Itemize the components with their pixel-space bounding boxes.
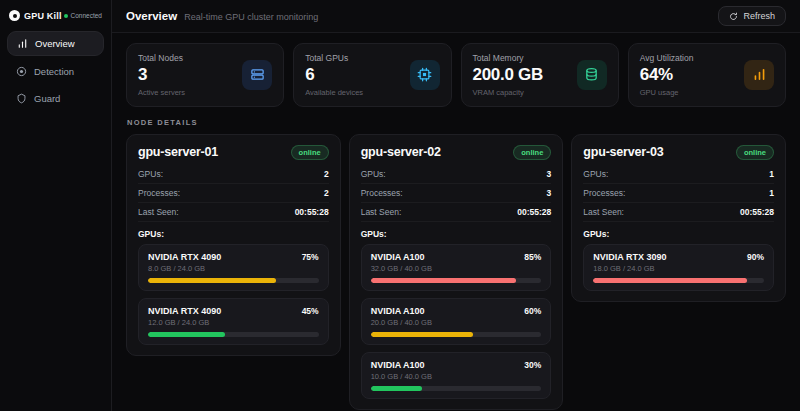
gpu-name: NVIDIA A100 xyxy=(371,306,425,316)
gpu-item: NVIDIA A100 30% 10.0 GB / 40.0 GB xyxy=(361,352,552,399)
node-processes-row: Processes: 2 xyxy=(138,184,329,203)
node-name: gpu-server-01 xyxy=(138,145,218,159)
gpu-memory: 10.0 GB / 40.0 GB xyxy=(371,372,542,381)
gpu-usage-bar xyxy=(371,278,542,283)
gpu-memory: 8.0 GB / 24.0 GB xyxy=(148,264,319,273)
node-last-seen-row: Last Seen: 00:55:28 xyxy=(138,203,329,222)
gpu-usage-bar-fill xyxy=(371,386,422,391)
shield-icon xyxy=(16,93,27,104)
node-last-seen-row: Last Seen: 00:55:28 xyxy=(583,203,774,222)
gpu-list-label: GPUs: xyxy=(138,229,329,239)
app-window: GPU Kill Connected Overview Detection Gu… xyxy=(0,0,800,411)
status-badge: online xyxy=(513,145,551,160)
logo-row: GPU Kill Connected xyxy=(7,8,104,31)
gpu-name: NVIDIA A100 xyxy=(371,252,425,262)
gpu-usage-bar xyxy=(148,278,319,283)
node-name: gpu-server-03 xyxy=(583,145,663,159)
gpu-usage-bar-fill xyxy=(371,278,516,283)
stat-value: 6 xyxy=(305,66,363,85)
gpu-usage-bar-fill xyxy=(148,332,225,337)
gpu-name: NVIDIA RTX 4090 xyxy=(148,306,221,316)
node-gpus-row: GPUs: 1 xyxy=(583,165,774,184)
page-header: Overview Real-time GPU cluster monitorin… xyxy=(112,0,800,33)
node-details-section-label: NODE DETAILS xyxy=(127,118,785,127)
bar-chart-icon xyxy=(744,60,774,90)
gpu-list-label: GPUs: xyxy=(361,229,552,239)
stat-value: 200.0 GB xyxy=(473,66,543,85)
bar-chart-icon xyxy=(17,38,28,49)
stats-row: Total Nodes 3 Active servers Total GPUs … xyxy=(126,43,786,107)
gpu-usage-bar xyxy=(148,332,319,337)
app-logo-icon xyxy=(9,10,20,21)
gpu-item: NVIDIA A100 60% 20.0 GB / 40.0 GB xyxy=(361,298,552,345)
stat-label: Total Memory xyxy=(473,53,543,63)
database-icon xyxy=(577,60,607,90)
refresh-button[interactable]: Refresh xyxy=(718,6,786,26)
stat-caption: Available devices xyxy=(305,88,363,97)
node-processes-row: Processes: 3 xyxy=(361,184,552,203)
gpu-usage-bar xyxy=(371,332,542,337)
server-icon xyxy=(242,60,272,90)
gpu-item: NVIDIA RTX 4090 45% 12.0 GB / 24.0 GB xyxy=(138,298,329,345)
stat-value: 64% xyxy=(640,66,694,85)
stat-label: Total GPUs xyxy=(305,53,363,63)
node-name: gpu-server-02 xyxy=(361,145,441,159)
node-last-seen-row: Last Seen: 00:55:28 xyxy=(361,203,552,222)
sidebar-item-label: Guard xyxy=(34,93,60,104)
sidebar: GPU Kill Connected Overview Detection Gu… xyxy=(0,0,112,411)
sidebar-item-detection[interactable]: Detection xyxy=(7,60,104,83)
gpu-utilization: 90% xyxy=(747,252,764,262)
page-subtitle: Real-time GPU cluster monitoring xyxy=(184,12,318,22)
stat-value: 3 xyxy=(138,66,185,85)
sidebar-nav: Overview Detection Guard xyxy=(7,31,104,110)
stat-card-total-memory: Total Memory 200.0 GB VRAM capacity xyxy=(461,43,619,107)
node-card-gpu-server-01: gpu-server-01 online GPUs: 2 Processes: … xyxy=(126,134,341,356)
gpu-usage-bar-fill xyxy=(148,278,276,283)
gpu-utilization: 85% xyxy=(524,252,541,262)
stat-card-total-gpus: Total GPUs 6 Available devices xyxy=(293,43,451,107)
gpu-utilization: 45% xyxy=(302,306,319,316)
gpu-memory: 32.0 GB / 40.0 GB xyxy=(371,264,542,273)
node-card-gpu-server-03: gpu-server-03 online GPUs: 1 Processes: … xyxy=(571,134,786,302)
gpu-list-label: GPUs: xyxy=(583,229,774,239)
status-badge: online xyxy=(736,145,774,160)
gpu-utilization: 30% xyxy=(524,360,541,370)
stat-caption: VRAM capacity xyxy=(473,88,543,97)
refresh-icon xyxy=(729,12,738,21)
connected-dot-icon xyxy=(64,14,68,18)
gpu-usage-bar xyxy=(371,386,542,391)
stat-card-avg-utilization: Avg Utilization 64% GPU usage xyxy=(628,43,786,107)
connection-label: Connected xyxy=(71,12,102,19)
app-title: GPU Kill xyxy=(24,11,62,21)
gpu-memory: 12.0 GB / 24.0 GB xyxy=(148,318,319,327)
radar-icon xyxy=(16,66,27,77)
gpu-memory: 20.0 GB / 40.0 GB xyxy=(371,318,542,327)
node-gpus-row: GPUs: 3 xyxy=(361,165,552,184)
gpu-usage-bar xyxy=(593,278,764,283)
refresh-label: Refresh xyxy=(743,11,775,21)
node-gpus-row: GPUs: 2 xyxy=(138,165,329,184)
content: Total Nodes 3 Active servers Total GPUs … xyxy=(112,33,800,411)
page-title: Overview xyxy=(126,10,177,22)
stat-card-total-nodes: Total Nodes 3 Active servers xyxy=(126,43,284,107)
gpu-chip-icon xyxy=(410,60,440,90)
node-card-gpu-server-02: gpu-server-02 online GPUs: 3 Processes: … xyxy=(349,134,564,410)
gpu-utilization: 75% xyxy=(302,252,319,262)
gpu-utilization: 60% xyxy=(524,306,541,316)
connection-status: Connected xyxy=(64,12,102,19)
gpu-name: NVIDIA A100 xyxy=(371,360,425,370)
sidebar-item-label: Detection xyxy=(34,66,74,77)
gpu-memory: 18.0 GB / 24.0 GB xyxy=(593,264,764,273)
sidebar-item-overview[interactable]: Overview xyxy=(7,31,104,56)
stat-label: Avg Utilization xyxy=(640,53,694,63)
stat-caption: Active servers xyxy=(138,88,185,97)
gpu-item: NVIDIA RTX 3090 90% 18.0 GB / 24.0 GB xyxy=(583,244,774,291)
sidebar-item-guard[interactable]: Guard xyxy=(7,87,104,110)
status-badge: online xyxy=(291,145,329,160)
gpu-usage-bar-fill xyxy=(371,332,473,337)
stat-caption: GPU usage xyxy=(640,88,694,97)
main-area: Overview Real-time GPU cluster monitorin… xyxy=(112,0,800,411)
gpu-name: NVIDIA RTX 3090 xyxy=(593,252,666,262)
gpu-usage-bar-fill xyxy=(593,278,747,283)
sidebar-item-label: Overview xyxy=(35,38,75,49)
